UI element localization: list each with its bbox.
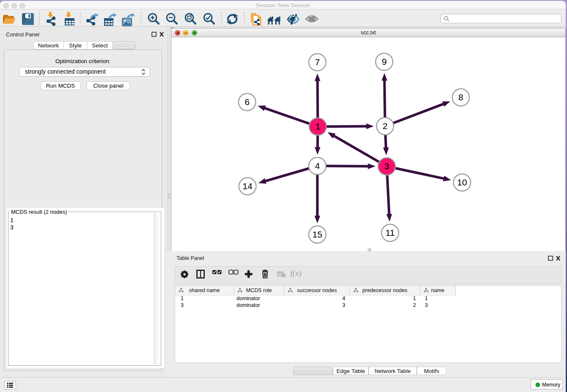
svg-text:11: 11	[385, 228, 395, 237]
svg-text:9: 9	[382, 57, 387, 66]
svg-text:14: 14	[242, 181, 253, 191]
svg-text:10: 10	[457, 177, 467, 187]
svg-text:15: 15	[312, 229, 322, 239]
svg-text:1: 1	[315, 121, 320, 131]
svg-text:4: 4	[315, 161, 320, 171]
svg-text:2: 2	[383, 121, 388, 131]
svg-text:3: 3	[384, 161, 389, 171]
svg-text:8: 8	[458, 92, 463, 102]
svg-text:7: 7	[315, 57, 320, 67]
svg-text:6: 6	[245, 97, 250, 107]
